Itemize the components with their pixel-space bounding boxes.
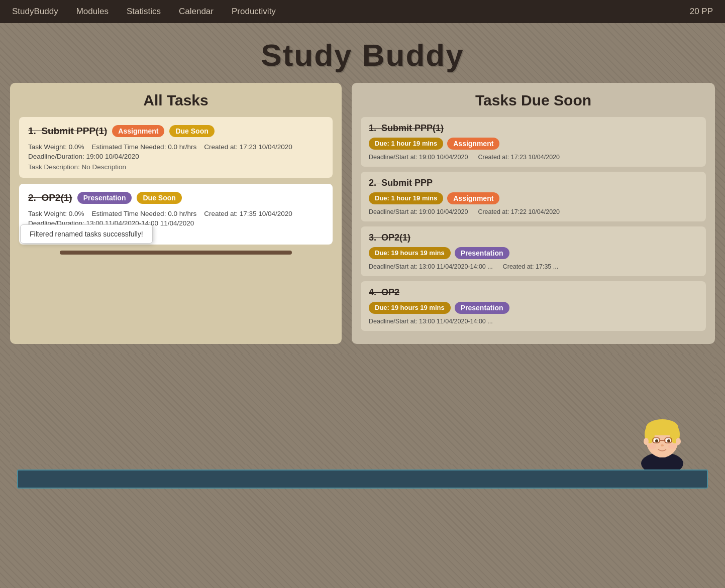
columns-container: All Tasks 1. Submit PPP(1) Assignment Du… bbox=[10, 83, 715, 344]
task-1-badge-assignment[interactable]: Assignment bbox=[112, 125, 164, 137]
task-1-header: 1. Submit PPP(1) Assignment Due Soon bbox=[28, 125, 324, 137]
main-background: Study Buddy All Tasks 1. Submit PPP(1) A… bbox=[0, 23, 725, 588]
due-card-2-meta: Deadline/Start at: 19:00 10/04/2020 Crea… bbox=[369, 208, 698, 215]
tasks-due-soon-panel: Tasks Due Soon 1. Submit PPP(1) Due: 1 h… bbox=[352, 83, 715, 344]
due-card-4-badges: Due: 19 hours 19 mins Presentation bbox=[369, 302, 698, 314]
svg-point-14 bbox=[644, 438, 649, 445]
due-card-3-created: Created at: 17:35 ... bbox=[503, 263, 559, 270]
task-2-header: 2. OP2(1) Presentation Due Soon bbox=[28, 192, 324, 204]
toast-notification: Filtered renamed tasks successfully! bbox=[20, 224, 153, 244]
due-card-1-badges: Due: 1 hour 19 mins Assignment bbox=[369, 138, 698, 150]
svg-point-9 bbox=[655, 439, 658, 442]
svg-point-18 bbox=[668, 444, 676, 449]
task-2-badge-due-soon[interactable]: Due Soon bbox=[137, 192, 181, 204]
task-1-deadline: Deadline/Duration: 19:00 10/04/2020 bbox=[28, 153, 324, 160]
avatar-area bbox=[630, 404, 695, 469]
due-card-4[interactable]: 4. OP2 Due: 19 hours 19 mins Presentatio… bbox=[361, 281, 706, 331]
due-card-3-title: 3. OP2(1) bbox=[369, 232, 698, 243]
command-input[interactable] bbox=[24, 475, 701, 484]
svg-point-17 bbox=[648, 444, 656, 449]
command-bar bbox=[17, 469, 708, 489]
due-card-1-time: Due: 1 hour 19 mins bbox=[369, 138, 443, 150]
nav-brand[interactable]: StudyBuddy bbox=[12, 7, 58, 17]
task-1-meta-line1: Task Weight: 0.0% Estimated Time Needed:… bbox=[28, 143, 324, 151]
due-card-2-type[interactable]: Assignment bbox=[447, 192, 499, 204]
all-tasks-title: All Tasks bbox=[19, 92, 333, 109]
svg-rect-6 bbox=[646, 425, 678, 435]
due-card-1[interactable]: 1. Submit PPP(1) Due: 1 hour 19 mins Ass… bbox=[361, 117, 706, 167]
svg-point-15 bbox=[676, 438, 681, 445]
due-card-4-type[interactable]: Presentation bbox=[455, 302, 509, 314]
due-card-2-badges: Due: 1 hour 19 mins Assignment bbox=[369, 192, 698, 204]
task-2-badge-presentation[interactable]: Presentation bbox=[77, 192, 132, 204]
svg-point-16 bbox=[661, 444, 664, 446]
due-card-1-title: 1. Submit PPP(1) bbox=[369, 123, 698, 134]
nav-pp: 20 PP bbox=[690, 7, 713, 17]
nav-statistics[interactable]: Statistics bbox=[127, 7, 161, 17]
bottom-area: Filtered renamed tasks successfully! bbox=[10, 354, 715, 464]
due-card-4-time: Due: 19 hours 19 mins bbox=[369, 302, 451, 314]
due-soon-title: Tasks Due Soon bbox=[361, 92, 706, 109]
avatar-svg bbox=[630, 404, 695, 469]
due-card-3-meta: Deadline/Start at: 13:00 11/04/2020-14:0… bbox=[369, 263, 698, 270]
toast-message: Filtered renamed tasks successfully! bbox=[30, 230, 143, 238]
due-card-1-created: Created at: 17:23 10/04/2020 bbox=[478, 154, 560, 161]
nav-productivity[interactable]: Productivity bbox=[232, 7, 276, 17]
due-card-1-meta: Deadline/Start at: 19:00 10/04/2020 Crea… bbox=[369, 154, 698, 161]
due-card-2[interactable]: 2. Submit PPP Due: 1 hour 19 mins Assign… bbox=[361, 172, 706, 221]
due-card-2-created: Created at: 17:22 10/04/2020 bbox=[478, 208, 560, 215]
due-card-4-meta: Deadline/Start at: 13:00 11/04/2020-14:0… bbox=[369, 318, 698, 325]
due-card-4-title: 4. OP2 bbox=[369, 287, 698, 298]
navbar: StudyBuddy Modules Statistics Calendar P… bbox=[0, 0, 725, 23]
nav-calendar[interactable]: Calendar bbox=[179, 7, 214, 17]
svg-point-10 bbox=[667, 439, 670, 442]
due-card-1-type[interactable]: Assignment bbox=[447, 138, 499, 150]
all-tasks-scrollbar[interactable] bbox=[60, 251, 292, 255]
task-2-number-title: 2. OP2(1) bbox=[28, 192, 72, 203]
due-card-3-time: Due: 19 hours 19 mins bbox=[369, 247, 451, 259]
due-card-2-time: Due: 1 hour 19 mins bbox=[369, 192, 443, 204]
due-card-2-deadline: Deadline/Start at: 19:00 10/04/2020 bbox=[369, 208, 468, 215]
task-2-meta-line1: Task Weight: 0.0% Estimated Time Needed:… bbox=[28, 210, 324, 217]
app-title: Study Buddy bbox=[10, 37, 715, 73]
due-card-3-badges: Due: 19 hours 19 mins Presentation bbox=[369, 247, 698, 259]
due-card-1-deadline: Deadline/Start at: 19:00 10/04/2020 bbox=[369, 154, 468, 161]
all-tasks-panel: All Tasks 1. Submit PPP(1) Assignment Du… bbox=[10, 83, 342, 344]
task-1-number-title: 1. Submit PPP(1) bbox=[28, 126, 107, 137]
task-1-description: Task Description: No Description bbox=[28, 163, 324, 171]
nav-modules[interactable]: Modules bbox=[76, 7, 109, 17]
due-card-3-deadline: Deadline/Start at: 13:00 11/04/2020-14:0… bbox=[369, 263, 493, 270]
title-section: Study Buddy bbox=[10, 23, 715, 83]
due-card-4-deadline: Deadline/Start at: 13:00 11/04/2020-14:0… bbox=[369, 318, 493, 325]
due-card-3-type[interactable]: Presentation bbox=[455, 247, 509, 259]
due-card-3[interactable]: 3. OP2(1) Due: 19 hours 19 mins Presenta… bbox=[361, 226, 706, 276]
due-card-2-title: 2. Submit PPP bbox=[369, 178, 698, 188]
task-1-badge-due-soon[interactable]: Due Soon bbox=[169, 125, 214, 137]
task-card-1[interactable]: 1. Submit PPP(1) Assignment Due Soon Tas… bbox=[19, 117, 333, 178]
